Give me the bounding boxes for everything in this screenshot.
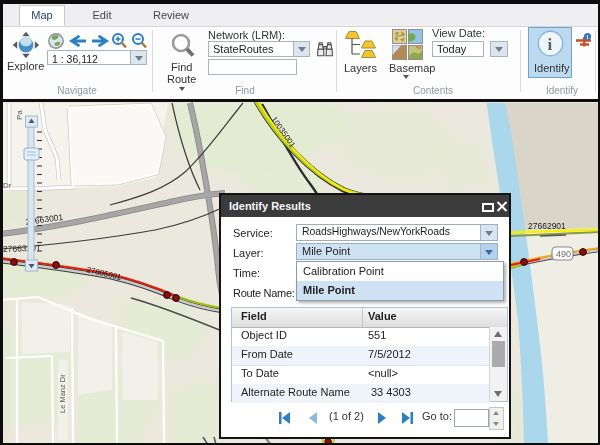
svg-text:i: i	[586, 33, 588, 41]
svg-text:490: 490	[556, 249, 571, 259]
svg-text:Le Manz Dr: Le Manz Dr	[58, 374, 67, 413]
svg-text:Pa: Pa	[15, 110, 24, 120]
svg-text:i: i	[548, 35, 553, 54]
svg-text:27662901: 27662901	[528, 221, 566, 231]
svg-text:Dr: Dr	[3, 181, 12, 190]
svg-text:2766310T: 2766310T	[3, 243, 42, 254]
